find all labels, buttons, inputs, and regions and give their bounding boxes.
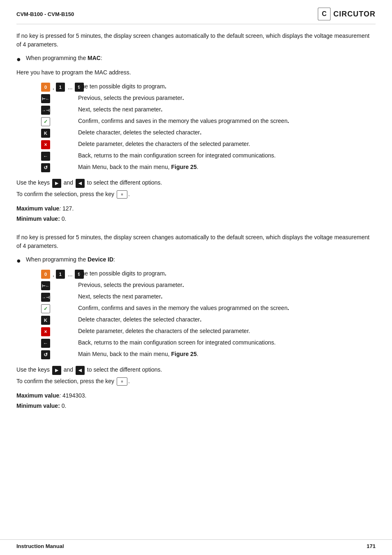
key-desc-previous-2: Previous, selects the previous parameter… [78,281,376,289]
key-row-previous-2: ⊢← Previous, selects the previous parame… [41,281,376,290]
key-del-char-2: K [41,316,50,325]
deviceid-min-label: Minimum value: [16,402,60,409]
inline-key-next: ▶ [52,179,61,188]
page-header: CVM-B100 - CVM-B150 C CIRCUTOR [16,7,376,24]
key-desc-next: Next, selects the next parameter. [78,106,376,114]
key-desc-digits-2: The ten possible digits to program. [78,270,376,278]
key-back-2: ← [41,339,50,348]
key-area-del-char: K [41,129,78,138]
key-row-next: →⊣ Next, selects the next parameter. [41,106,376,115]
key-desc-del-param-2: Delete parameter, deletes the characters… [78,327,376,335]
key-desc-back: Back, returns to the main configuration … [78,152,376,160]
key-row-next-2: →⊣ Next, selects the next parameter. [41,293,376,302]
key-row-del-param-2: × Delete parameter, deletes the characte… [41,327,376,336]
circutor-logo-icon: C [318,7,331,21]
key-area-back-2: ← [41,339,78,348]
key-area-confirm-2: ✓ [41,304,78,313]
key-0-2: 0 [41,270,50,279]
mac-keys-section: 0 , 1 ... 9 The ten possible digits to p… [41,83,376,172]
deviceid-min-value: Minimum value: 0. [16,402,376,410]
comma2: , [53,271,54,278]
dots2: ... [68,271,73,278]
key-desc-mainmenu: Main Menu, back to the main menu, Figure… [78,163,376,171]
key-desc-mainmenu-2: Main Menu, back to the main menu, Figure… [78,350,376,358]
key-row-del-param: × Delete parameter, deletes the characte… [41,140,376,149]
mac-here-paragraph: Here you have to program the MAC address… [16,68,376,77]
key-del-param: × [41,140,50,149]
key-desc-del-char: Delete character, deletes the selected c… [78,129,376,137]
key-row-del-char-2: K Delete character, deletes the selected… [41,316,376,325]
mac-min-val: 0. [60,215,67,222]
key-desc-back-2: Back, returns to the main configuration … [78,339,376,347]
inline-key-next-2: ▶ [52,366,61,375]
mac-intro-paragraph: If no key is pressed for 5 minutes, the … [16,32,376,49]
key-1: 1 [56,83,65,92]
key-row-digits: 0 , 1 ... 9 The ten possible digits to p… [41,83,376,92]
footer-label: Instruction Manual [16,543,64,549]
mac-max-value: Maximum value: 127. [16,204,376,213]
key-confirm-2: ✓ [41,304,50,313]
key-area-del-param-2: × [41,327,78,336]
mac-bullet-item: ● When programming the MAC: [16,55,376,64]
deviceid-min-val: 0. [60,402,67,409]
key-desc-del-param: Delete parameter, deletes the characters… [78,140,376,148]
mac-min-label: Minimum value: [16,215,60,222]
key-desc-previous: Previous, selects the previous parameter… [78,94,376,102]
key-area-mainmenu-2: ↺ [41,350,78,359]
deviceid-keys-section: 0 , 1 ... 9 The ten possible digits to p… [41,270,376,359]
key-area-next-2: →⊣ [41,293,78,302]
key-area-confirm: ✓ [41,117,78,126]
key-row-digits-2: 0 , 1 ... 9 The ten possible digits to p… [41,270,376,279]
deviceid-intro-text: If no key is pressed for 5 minutes, the … [16,234,369,249]
mac-bullet-bold: MAC [88,55,101,61]
inline-key-confirm: ≡ [117,190,127,199]
inline-key-confirm-2: ≡ [117,377,127,386]
key-next: →⊣ [41,106,50,115]
key-prev-2: ⊢← [41,281,50,290]
deviceid-intro-paragraph: If no key is pressed for 5 minutes, the … [16,233,376,250]
mac-bullet-text: When programming the MAC: [26,55,102,61]
mac-use-keys-line: Use the keys ▶ and ◀ to select the diffe… [16,178,376,187]
key-desc-del-char-2: Delete character, deletes the selected c… [78,316,376,324]
svg-text:C: C [322,10,327,17]
page-footer: Instruction Manual 171 [0,539,392,549]
key-mainmenu: ↺ [41,163,50,172]
footer-page: 171 [367,543,376,549]
key-area-digits-2: 0 , 1 ... 9 [41,270,78,279]
key-desc-confirm-2: Confirm, confirms and saves in the memor… [78,304,376,312]
mac-here-text: Here you have to program the MAC address… [16,69,131,76]
key-prev: ⊢← [41,94,50,103]
key-row-back: ← Back, returns to the main configuratio… [41,152,376,161]
key-mainmenu-2: ↺ [41,350,50,359]
key-row-mainmenu-2: ↺ Main Menu, back to the main menu, Figu… [41,350,376,359]
key-area-back: ← [41,152,78,161]
deviceid-bullet-item: ● When programming the Device ID: [16,256,376,266]
key-row-mainmenu: ↺ Main Menu, back to the main menu, Figu… [41,163,376,172]
key-confirm: ✓ [41,117,50,126]
bullet-dot-2: ● [16,256,21,266]
key-del-char: K [41,129,50,138]
inline-key-prev-2: ◀ [76,366,85,375]
key-area-mainmenu: ↺ [41,163,78,172]
circutor-logo-text: CIRCUTOR [333,10,376,18]
key-row-confirm: ✓ Confirm, confirms and saves in the mem… [41,117,376,126]
deviceid-bullet-text: When programming the Device ID: [26,256,115,263]
key-row-back-2: ← Back, returns to the main configuratio… [41,339,376,348]
deviceid-use-keys-line: Use the keys ▶ and ◀ to select the diffe… [16,365,376,375]
key-desc-digits: The ten possible digits to program. [78,83,376,91]
key-area-del-param: × [41,140,78,149]
deviceid-max-value: Maximum value: 4194303. [16,391,376,400]
key-area-digits: 0 , 1 ... 9 [41,83,78,92]
key-next-2: →⊣ [41,293,50,302]
deviceid-bullet-bold: Device ID [88,256,113,263]
key-del-param-2: × [41,327,50,336]
key-row-confirm-2: ✓ Confirm, confirms and saves in the mem… [41,304,376,313]
comma1: , [53,84,54,90]
deviceid-max-label: Maximum value [16,392,59,399]
key-desc-next-2: Next, selects the next parameter. [78,293,376,301]
deviceid-confirm-line: To confirm the selection, press the key … [16,377,376,386]
mac-max-val: 127. [61,205,74,212]
key-1-2: 1 [56,270,65,279]
dots1: ... [68,84,73,90]
key-area-del-char-2: K [41,316,78,325]
